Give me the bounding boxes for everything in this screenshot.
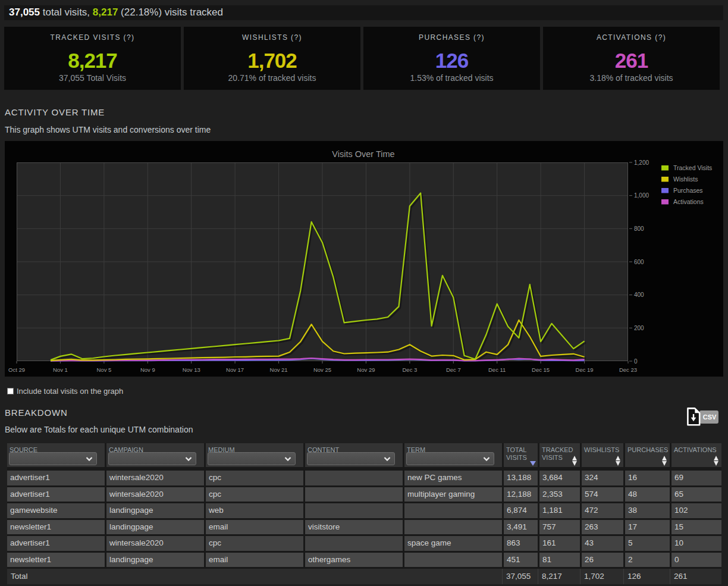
svg-text:1,200: 1,200 xyxy=(634,159,649,166)
svg-text:Dec 15: Dec 15 xyxy=(532,366,550,373)
svg-text:200: 200 xyxy=(634,325,644,331)
svg-text:Activations: Activations xyxy=(673,198,704,205)
svg-text:Dec 23: Dec 23 xyxy=(619,366,637,373)
svg-text:1,000: 1,000 xyxy=(634,192,649,199)
svg-text:Tracked Visits: Tracked Visits xyxy=(673,164,712,171)
svg-text:Visits Over Time: Visits Over Time xyxy=(332,149,394,159)
svg-text:Nov 17: Nov 17 xyxy=(226,366,244,373)
svg-text:Dec 3: Dec 3 xyxy=(402,366,417,373)
svg-text:Nov 29: Nov 29 xyxy=(357,366,375,373)
svg-text:Nov 21: Nov 21 xyxy=(270,366,288,373)
svg-text:Wishlists: Wishlists xyxy=(673,176,698,183)
svg-text:Purchases: Purchases xyxy=(673,187,703,194)
svg-text:Nov 1: Nov 1 xyxy=(53,366,68,373)
svg-text:800: 800 xyxy=(634,225,644,232)
svg-text:Dec 7: Dec 7 xyxy=(446,366,461,373)
svg-text:400: 400 xyxy=(634,292,644,298)
svg-text:Dec 11: Dec 11 xyxy=(488,366,506,373)
svg-text:Nov 13: Nov 13 xyxy=(183,366,200,373)
svg-text:Nov 9: Nov 9 xyxy=(140,366,155,373)
svg-text:Nov 25: Nov 25 xyxy=(313,366,331,373)
svg-text:Nov 5: Nov 5 xyxy=(96,366,111,373)
svg-text:0: 0 xyxy=(634,358,638,365)
svg-text:Dec 19: Dec 19 xyxy=(576,366,594,373)
svg-text:Oct 29: Oct 29 xyxy=(8,366,25,373)
svg-text:600: 600 xyxy=(634,259,644,265)
